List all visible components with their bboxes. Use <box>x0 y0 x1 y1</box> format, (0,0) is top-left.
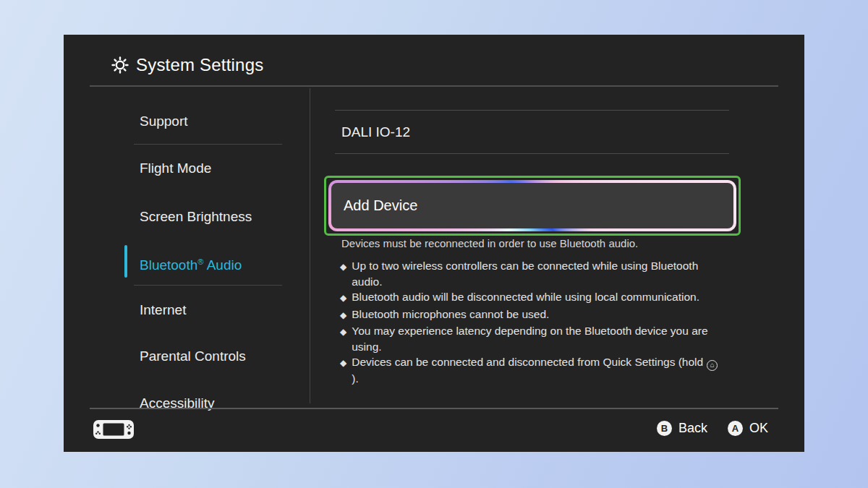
footer-divider <box>90 408 778 409</box>
quick-settings-text: Devices can be connected and disconnecte… <box>352 356 703 368</box>
ok-label: OK <box>749 421 768 436</box>
desktop-background: { "window": { "title": "System Settings"… <box>0 0 868 488</box>
add-device-button[interactable]: Add Device <box>331 183 733 228</box>
a-button-icon: A <box>728 421 743 436</box>
bullet-text: Bluetooth audio will be disconnected whi… <box>352 289 699 307</box>
settings-gear-icon <box>111 56 129 74</box>
page-title: System Settings <box>111 55 263 75</box>
diamond-bullet-icon: ◆ <box>340 289 346 307</box>
b-button-icon: B <box>657 421 672 436</box>
page-title-text: System Settings <box>136 55 263 75</box>
ok-button[interactable]: A OK <box>728 421 768 436</box>
system-settings-screen: System Settings Support Flight Mode Scre… <box>64 35 804 452</box>
switch-console-icon <box>93 419 135 442</box>
quick-settings-text-end: ). <box>352 372 358 385</box>
add-device-label: Add Device <box>344 197 417 214</box>
bullet-text: You may experience latency depending on … <box>352 323 722 354</box>
list-item: You may experience latency depending on … <box>340 323 722 354</box>
paired-device-row[interactable]: DALI IO-12 <box>341 124 410 140</box>
sidebar-item-internet[interactable]: Internet <box>140 302 186 318</box>
sidebar-item-bluetooth-audio[interactable]: Bluetooth® Audio <box>140 254 242 273</box>
sidebar-item-parental-controls[interactable]: Parental Controls <box>140 348 246 364</box>
bluetooth-info-list: ◆ Up to two wireless controllers can be … <box>340 258 722 386</box>
reconnect-note: Devices must be reconnected in order to … <box>341 237 638 249</box>
list-item: ◆ Up to two wireless controllers can be … <box>340 258 722 289</box>
back-label: Back <box>678 421 707 436</box>
diamond-bullet-icon: ◆ <box>340 258 346 289</box>
footer-button-hints: B Back A OK <box>657 421 768 436</box>
bullet-text: Bluetooth microphones cannot be used. <box>352 307 549 324</box>
home-button-icon: ⌂ <box>707 360 718 371</box>
sidebar-item-flight-mode[interactable]: Flight Mode <box>140 160 211 176</box>
sidebar-divider <box>134 144 282 145</box>
diamond-bullet-icon: ◆ <box>340 354 346 386</box>
back-button[interactable]: B Back <box>657 421 707 436</box>
header-divider <box>90 85 778 87</box>
highlight-annotation-box: Add Device <box>324 176 741 236</box>
bullet-text: Up to two wireless controllers can be co… <box>352 258 722 289</box>
content-divider <box>335 110 729 111</box>
list-item: ◆ Bluetooth audio will be disconnected w… <box>340 289 722 307</box>
sidebar-divider <box>134 285 282 286</box>
content-divider <box>335 153 729 154</box>
diamond-bullet-icon: ◆ <box>340 323 346 354</box>
selection-glow-border: Add Device <box>328 180 736 231</box>
list-item: ◆ Devices can be connected and disconnec… <box>340 354 722 386</box>
audio-label: Audio <box>203 257 242 273</box>
bullet-text: Devices can be connected and disconnecte… <box>352 354 722 386</box>
list-item: ◆ Bluetooth microphones cannot be used. <box>340 307 722 324</box>
sidebar-item-support[interactable]: Support <box>140 114 188 129</box>
bluetooth-label: Bluetooth <box>140 257 197 273</box>
selected-item-indicator <box>124 245 127 278</box>
sidebar-item-screen-brightness[interactable]: Screen Brightness <box>140 209 252 225</box>
diamond-bullet-icon: ◆ <box>340 307 346 324</box>
sidebar-content-divider <box>310 88 310 403</box>
